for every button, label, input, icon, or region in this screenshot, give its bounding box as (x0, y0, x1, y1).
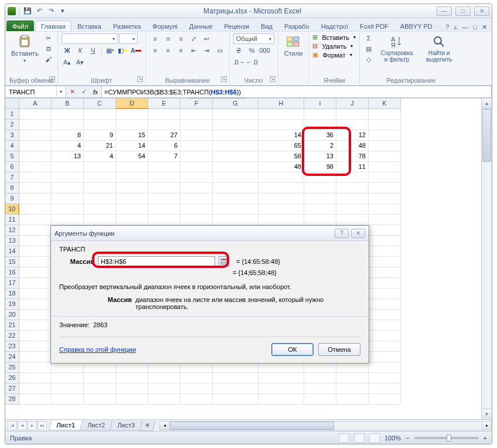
cell[interactable] (19, 236, 52, 246)
cell[interactable] (369, 394, 401, 405)
cell[interactable] (19, 331, 52, 341)
cell[interactable] (369, 383, 401, 394)
paste-button[interactable]: Вставить ▾ (9, 33, 41, 65)
cancel-button[interactable]: Отмена (318, 343, 360, 356)
cell[interactable] (52, 215, 84, 225)
cells-insert-button[interactable]: ⊞ Вставить ▾ (312, 33, 356, 41)
cell[interactable] (181, 373, 213, 383)
cell[interactable] (19, 373, 52, 383)
row-header[interactable]: 17 (5, 278, 19, 289)
doc-minimize-icon[interactable]: — (462, 23, 468, 31)
cell[interactable] (369, 172, 401, 183)
cell[interactable] (336, 194, 369, 204)
cell[interactable] (116, 394, 148, 405)
cell[interactable] (52, 172, 84, 183)
dialog-launcher-icon[interactable]: ⇲ (137, 76, 143, 82)
decrease-font-icon[interactable]: A▾ (74, 57, 86, 67)
cell[interactable] (84, 204, 116, 215)
cell[interactable] (304, 215, 336, 225)
cell[interactable] (52, 373, 84, 383)
cell[interactable] (52, 120, 84, 130)
cell[interactable] (116, 194, 148, 204)
cell[interactable] (369, 341, 401, 352)
cell[interactable] (369, 246, 401, 257)
qat-customize-icon[interactable]: ▾ (57, 6, 68, 16)
cell[interactable] (336, 373, 369, 383)
cell[interactable]: 48 (258, 162, 304, 172)
align-top-icon[interactable]: ≡ (149, 33, 161, 44)
cell[interactable] (181, 383, 213, 394)
cell[interactable] (369, 162, 401, 172)
cell[interactable]: 78 (336, 151, 369, 162)
row-header[interactable]: 24 (5, 352, 19, 362)
help-icon[interactable]: ? (445, 23, 449, 31)
cell[interactable] (116, 373, 148, 383)
cell[interactable] (336, 383, 369, 394)
cell[interactable] (19, 394, 52, 405)
dialog-titlebar[interactable]: Аргументы функции ? ✕ (51, 226, 369, 241)
cell[interactable] (84, 394, 116, 405)
cell[interactable] (181, 141, 213, 151)
cell[interactable]: 2 (304, 141, 336, 151)
tab-главная[interactable]: Главная (35, 21, 72, 31)
cell[interactable] (304, 383, 336, 394)
cell[interactable] (148, 194, 181, 204)
scroll-up-icon[interactable]: ▲ (482, 99, 492, 109)
cell[interactable]: 54 (116, 151, 148, 162)
save-icon[interactable]: 💾 (22, 6, 33, 16)
cell[interactable] (336, 394, 369, 405)
font-color-button[interactable]: A (130, 45, 142, 56)
scroll-thumb[interactable] (170, 422, 334, 430)
doc-close-icon[interactable]: ✕ (482, 23, 487, 31)
cell[interactable] (19, 310, 52, 320)
cell[interactable] (84, 120, 116, 130)
view-page-break-icon[interactable] (369, 433, 380, 443)
cell[interactable] (19, 151, 52, 162)
cell[interactable] (369, 130, 401, 141)
dialog-launcher-icon[interactable]: ⇲ (49, 76, 55, 82)
cell[interactable] (213, 383, 258, 394)
cell[interactable] (369, 278, 401, 289)
zoom-out-icon[interactable]: − (406, 435, 409, 442)
cell[interactable] (116, 362, 148, 373)
cell[interactable] (84, 194, 116, 204)
cell[interactable] (336, 172, 369, 183)
cell[interactable] (213, 172, 258, 183)
cell[interactable] (148, 383, 181, 394)
cells-format-button[interactable]: ▣ Формат ▾ (312, 51, 352, 59)
cell[interactable] (369, 331, 401, 341)
align-right-icon[interactable]: ≡ (175, 45, 187, 56)
cell[interactable] (116, 109, 148, 120)
cell[interactable] (148, 172, 181, 183)
cell[interactable] (258, 362, 304, 373)
row-header[interactable]: 9 (5, 194, 19, 204)
row-header[interactable]: 11 (5, 215, 19, 225)
styles-button[interactable]: Стили (282, 33, 305, 58)
row-header[interactable]: 23 (5, 341, 19, 352)
cell[interactable] (213, 373, 258, 383)
cell[interactable] (336, 109, 369, 120)
cell[interactable] (336, 183, 369, 194)
find-select-button[interactable]: Найти и выделить (420, 33, 458, 64)
function-help-link[interactable]: Справка по этой функции (59, 346, 136, 353)
cell[interactable] (258, 204, 304, 215)
cell[interactable] (116, 120, 148, 130)
tab-вставка[interactable]: Вставка (72, 21, 107, 31)
tab-надстрої[interactable]: Надстрої (315, 21, 354, 31)
cell[interactable] (369, 373, 401, 383)
cell[interactable] (19, 215, 52, 225)
tab-разметка[interactable]: Разметка (107, 21, 147, 31)
column-header[interactable]: J (336, 99, 369, 109)
tab-формулі[interactable]: Формулі (147, 21, 183, 31)
cell[interactable] (181, 362, 213, 373)
dialog-help-button[interactable]: ? (335, 229, 349, 238)
accept-edit-icon[interactable]: ✓ (78, 88, 90, 96)
cell[interactable]: 13 (304, 151, 336, 162)
column-header[interactable]: K (369, 99, 401, 109)
column-header[interactable]: E (148, 99, 181, 109)
fx-icon[interactable]: fx (90, 89, 101, 96)
cell[interactable] (116, 383, 148, 394)
cell[interactable] (369, 310, 401, 320)
comma-icon[interactable]: 000 (259, 45, 271, 56)
cell[interactable] (258, 109, 304, 120)
